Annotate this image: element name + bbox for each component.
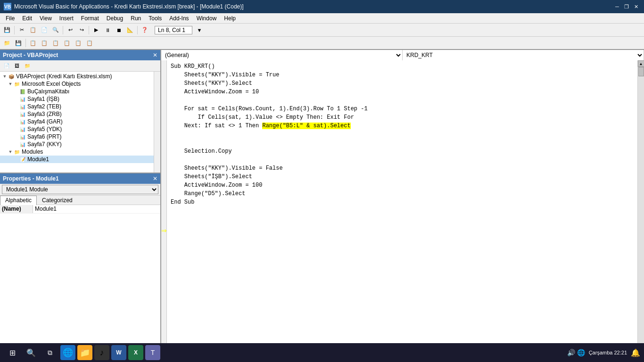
code-line-8: Next: If sat <> 1 Then Range("B5:L" & sa… xyxy=(171,123,351,129)
view-object-btn[interactable]: 🖼 xyxy=(12,62,22,70)
toolbar2-btn2[interactable]: 💾 xyxy=(13,38,24,48)
toolbar-save-btn[interactable]: 💾 xyxy=(2,25,12,35)
code-line-15: ActiveWindow.Zoom = 100 xyxy=(171,182,262,189)
restore-button[interactable]: ❐ xyxy=(622,2,631,11)
toolbar-design-btn[interactable]: 📐 xyxy=(125,25,135,35)
taskview-button[interactable]: ⧉ xyxy=(41,344,58,361)
properties-close-btn[interactable]: ✕ xyxy=(153,175,157,182)
sep4 xyxy=(137,26,138,34)
properties-title: Properties - Module1 xyxy=(3,175,59,182)
search-button[interactable]: 🔍 xyxy=(23,344,40,361)
code-content[interactable]: Sub KRD_KRT() Sheets("KKY").Visible = Tr… xyxy=(167,60,637,352)
spacer4 xyxy=(13,111,19,117)
menu-window[interactable]: Window xyxy=(193,13,221,23)
start-button[interactable]: ⊞ xyxy=(4,344,21,361)
tree-module1[interactable]: 📝 Module1 xyxy=(0,156,154,163)
general-dropdown[interactable]: (General) xyxy=(161,50,403,60)
toolbar-arrow-btn[interactable]: ▼ xyxy=(194,25,205,35)
spacer7 xyxy=(13,134,19,140)
code-line-14: Sheets("İŞB").Select xyxy=(171,173,252,180)
toolbar2-btn7[interactable]: 📋 xyxy=(73,38,83,48)
menu-edit[interactable]: Edit xyxy=(18,13,36,23)
prop-tabs: Alphabetic Categorized xyxy=(0,196,160,205)
spacer5 xyxy=(13,119,19,124)
taskbar-winamp[interactable]: ♪ xyxy=(94,345,109,360)
toolbar-copy-btn[interactable]: 📋 xyxy=(28,25,38,35)
code-line-4: ActiveWindow.Zoom = 10 xyxy=(171,89,259,95)
toolbar-find-btn[interactable]: 🔍 xyxy=(50,25,61,35)
toolbar2-btn1[interactable]: 📁 xyxy=(2,38,12,48)
tree-modules[interactable]: ▼ 📁 Modules xyxy=(0,148,154,156)
tree-sayfa7[interactable]: 📊 Sayfa7 (KKY) xyxy=(0,140,154,148)
toolbar-help-btn[interactable]: ❓ xyxy=(140,25,150,35)
toolbar-undo-btn[interactable]: ↩ xyxy=(65,25,75,35)
tree-sayfa4[interactable]: 📊 Sayfa4 (GAR) xyxy=(0,118,154,125)
project-scrollbar[interactable] xyxy=(154,72,160,173)
toolbar-redo-btn[interactable]: ↪ xyxy=(76,25,87,35)
toolbar: 💾 ✂ 📋 📄 🔍 ↩ ↪ ▶ ⏸ ⏹ 📐 ❓ Ln 8, Col 1 ▼ xyxy=(0,24,644,37)
sep1 xyxy=(14,26,15,34)
sheet2-icon: 📊 xyxy=(19,103,26,110)
spacer9 xyxy=(13,156,19,162)
tree-sayfa5[interactable]: 📊 Sayfa5 (YDK) xyxy=(0,125,154,133)
proc-dropdown[interactable]: KRD_KRT xyxy=(403,50,644,60)
main-layout: Project - VBAProject ✕ 📄 🖼 📁 ▼ 📦 VBAProj… xyxy=(0,50,644,362)
toolbar-run-btn[interactable]: ▶ xyxy=(91,25,101,35)
toolbar2-btn3[interactable]: 📋 xyxy=(28,38,38,48)
tree-excel-objects[interactable]: ▼ 📁 Microsoft Excel Objects xyxy=(0,80,154,88)
taskbar-teams[interactable]: T xyxy=(145,345,160,360)
menu-view[interactable]: View xyxy=(36,13,56,23)
tree-sayfa2[interactable]: 📊 Sayfa2 (TEB) xyxy=(0,103,154,110)
menu-run[interactable]: Run xyxy=(127,13,145,23)
prop-row-name: (Name) Module1 xyxy=(0,205,160,214)
tree-sayfa3[interactable]: 📊 Sayfa3 (ZRB) xyxy=(0,110,154,118)
title-bar: VB Microsoft Visual Basic for Applicatio… xyxy=(0,0,644,13)
scroll-track[interactable] xyxy=(638,67,644,345)
toolbar-cut-btn[interactable]: ✂ xyxy=(17,25,27,35)
tree-sayfa1[interactable]: 📊 Sayfa1 (İŞB) xyxy=(0,95,154,103)
taskbar-word[interactable]: W xyxy=(111,345,126,360)
code-gutter: ⇒ xyxy=(161,60,167,352)
taskbar-excel[interactable]: X xyxy=(128,345,143,360)
menu-addins[interactable]: Add-Ins xyxy=(165,13,192,23)
tree-root[interactable]: ▼ 📦 VBAProject (Kredi Kartı Ekstresi.xls… xyxy=(0,73,154,80)
code-scrollbar-v[interactable]: ▲ ▼ xyxy=(637,60,644,352)
tree-buchalisma[interactable]: 📗 BuÇalışmaKitabı xyxy=(0,88,154,95)
code-line-12 xyxy=(171,156,174,163)
title-bar-left: VB Microsoft Visual Basic for Applicatio… xyxy=(4,3,244,10)
project-close-btn[interactable]: ✕ xyxy=(153,52,157,58)
tab-categorized[interactable]: Categorized xyxy=(37,196,78,205)
spacer1 xyxy=(13,89,19,94)
tree-sayfa6[interactable]: 📊 Sayfa6 (PRT) xyxy=(0,133,154,140)
menu-file[interactable]: File xyxy=(2,13,18,23)
minimize-button[interactable]: ─ xyxy=(613,2,621,11)
toggle-folders-btn[interactable]: 📁 xyxy=(23,62,32,70)
toolbar-stop-btn[interactable]: ⏹ xyxy=(114,25,124,35)
tree-expand-excel[interactable]: ▼ xyxy=(8,81,13,87)
toolbar-break-btn[interactable]: ⏸ xyxy=(102,25,113,35)
tree-expand-root[interactable]: ▼ xyxy=(2,74,8,79)
scroll-thumb[interactable] xyxy=(638,67,644,76)
taskbar-edge[interactable]: 🌐 xyxy=(60,345,75,360)
toolbar-paste-btn[interactable]: 📄 xyxy=(39,25,50,35)
close-button[interactable]: ✕ xyxy=(632,2,640,11)
taskbar-explorer[interactable]: 📁 xyxy=(77,345,92,360)
toolbar2-btn8[interactable]: 📋 xyxy=(84,38,95,48)
menu-insert[interactable]: Insert xyxy=(56,13,77,23)
menu-format[interactable]: Format xyxy=(77,13,103,23)
view-code-btn[interactable]: 📄 xyxy=(2,62,11,70)
toolbar2-btn4[interactable]: 📋 xyxy=(39,38,50,48)
taskbar-notification: 🔔 xyxy=(631,348,640,357)
scroll-up-btn[interactable]: ▲ xyxy=(638,60,644,67)
toolbar2-btn5[interactable]: 📋 xyxy=(50,38,61,48)
tab-alphabetic[interactable]: Alphabetic xyxy=(0,196,37,205)
status-display: Ln 8, Col 1 xyxy=(155,26,192,34)
tree-expand-modules[interactable]: ▼ xyxy=(8,149,13,155)
taskbar: ⊞ 🔍 ⧉ 🌐 📁 ♪ W X T 🔊 🌐 Çarşamba 22:21 🔔 xyxy=(0,343,644,362)
prop-name-value: Module1 xyxy=(33,205,160,213)
prop-object-dropdown[interactable]: Module1 Module xyxy=(2,185,158,194)
menu-tools[interactable]: Tools xyxy=(145,13,165,23)
menu-debug[interactable]: Debug xyxy=(103,13,127,23)
menu-help[interactable]: Help xyxy=(220,13,239,23)
toolbar2-btn6[interactable]: 📋 xyxy=(62,38,72,48)
